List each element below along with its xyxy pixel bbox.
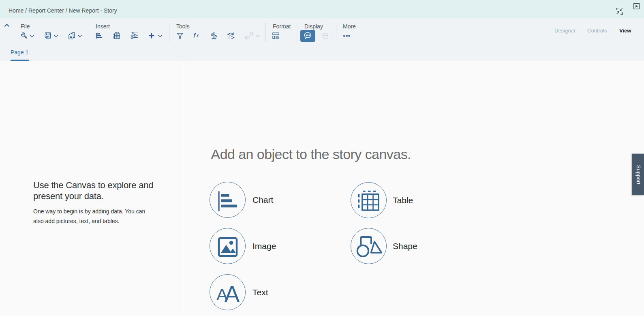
svg-text:x: x	[196, 33, 199, 39]
svg-text:f: f	[193, 32, 196, 39]
svg-text:A: A	[225, 281, 240, 305]
